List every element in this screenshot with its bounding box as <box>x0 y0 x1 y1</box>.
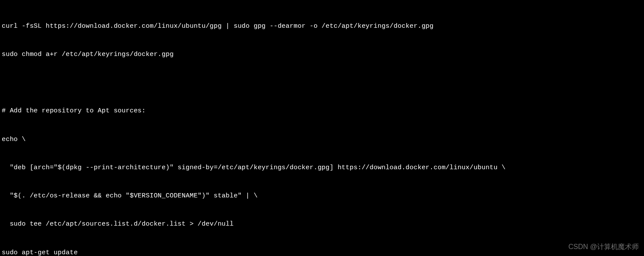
terminal-line: "$(. /etc/os-release && echo "$VERSION_C… <box>2 191 642 201</box>
watermark-text: CSDN @计算机魔术师 <box>568 242 639 252</box>
terminal-line: sudo chmod a+r /etc/apt/keyrings/docker.… <box>2 50 642 59</box>
terminal-line: sudo apt-get update <box>2 248 642 256</box>
terminal-output[interactable]: curl -fsSL https://download.docker.com/l… <box>2 3 642 256</box>
terminal-line: echo \ <box>2 135 642 144</box>
terminal-line: "deb [arch="$(dpkg --print-architecture)… <box>2 163 642 173</box>
terminal-line: sudo tee /etc/apt/sources.list.d/docker.… <box>2 220 642 229</box>
terminal-line: # Add the repository to Apt sources: <box>2 106 642 116</box>
terminal-line: curl -fsSL https://download.docker.com/l… <box>2 22 642 31</box>
terminal-line <box>2 78 642 88</box>
